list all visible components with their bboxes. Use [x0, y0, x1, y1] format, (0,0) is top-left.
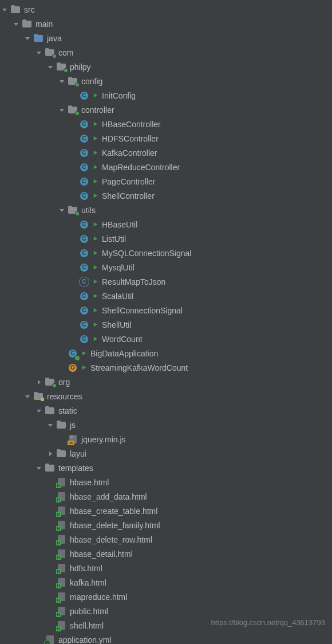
tree-row[interactable]: CInitConfig — [0, 88, 332, 103]
tree-row[interactable]: templates — [0, 461, 332, 475]
expand-arrow-icon[interactable] — [34, 406, 44, 415]
runnable-gutter-icon[interactable] — [93, 250, 100, 256]
folder-icon — [45, 407, 54, 414]
tree-item-label: HBaseUtil — [102, 220, 137, 229]
tree-row[interactable]: config — [0, 74, 332, 88]
tree-row[interactable]: hbase_add_data.html — [0, 489, 332, 504]
watermark: https://blog.csdn.net/qq_43613793 — [211, 618, 326, 627]
runnable-gutter-icon[interactable] — [93, 293, 100, 299]
tree-row[interactable]: com — [0, 45, 332, 60]
tree-row[interactable]: org — [0, 375, 332, 389]
tree-item-label: jquery.min.js — [81, 435, 126, 444]
tree-item-label: java — [47, 34, 62, 43]
tree-row[interactable]: hbase_delete_family.html — [0, 518, 332, 532]
runnable-gutter-icon[interactable] — [93, 322, 100, 327]
class-icon: C — [80, 135, 88, 143]
runnable-gutter-icon[interactable] — [93, 179, 100, 184]
resources-folder-icon — [34, 393, 43, 400]
tree-row[interactable]: mapreduce.html — [0, 590, 332, 604]
runnable-gutter-icon[interactable] — [81, 351, 88, 356]
tree-item-label: ShellController — [102, 191, 155, 201]
tree-row[interactable]: CHBaseUtil — [0, 217, 332, 231]
expand-arrow-icon[interactable] — [46, 62, 55, 72]
tree-row[interactable]: src — [0, 2, 332, 17]
expand-arrow-icon[interactable] — [46, 421, 55, 430]
tree-item-label: ShellUtil — [102, 320, 131, 329]
runnable-gutter-icon[interactable] — [93, 136, 100, 141]
project-tree[interactable]: srcmainjavacomphilpyconfigCInitConfigcon… — [0, 2, 332, 644]
tree-row[interactable]: CBigDataApplication — [0, 346, 332, 360]
expand-arrow-icon[interactable] — [34, 378, 44, 387]
tree-row[interactable]: hdfs.html — [0, 561, 332, 575]
tree-row[interactable]: CKafkaController — [0, 146, 332, 160]
tree-row[interactable]: CMySQLConnectionSignal — [0, 246, 332, 260]
runnable-gutter-icon[interactable] — [93, 93, 100, 98]
tree-row[interactable]: kafka.html — [0, 575, 332, 590]
tree-row[interactable]: static — [0, 403, 332, 418]
runnable-gutter-icon[interactable] — [93, 308, 100, 313]
tree-row[interactable]: CListUtil — [0, 231, 332, 246]
yml-file-icon — [46, 635, 54, 644]
tree-row[interactable]: js — [0, 418, 332, 432]
tree-item-label: templates — [58, 464, 93, 473]
runnable-gutter-icon[interactable] — [93, 222, 100, 227]
tree-item-label: HDFSController — [102, 134, 159, 143]
tree-row[interactable]: application.yml — [0, 633, 332, 644]
tree-row[interactable]: CResultMapToJson — [0, 274, 332, 289]
expand-arrow-icon[interactable] — [57, 105, 66, 115]
tree-row[interactable]: java — [0, 31, 332, 45]
expand-arrow-icon[interactable] — [23, 34, 32, 43]
runnable-gutter-icon[interactable] — [93, 150, 100, 155]
tree-item-label: StreamingKafkaWordCount — [90, 363, 188, 372]
expand-arrow-icon[interactable] — [57, 77, 66, 86]
tree-item-label: static — [58, 406, 77, 415]
tree-row[interactable]: hbase_delete_row.html — [0, 532, 332, 547]
tree-row[interactable]: OStreamingKafkaWordCount — [0, 360, 332, 375]
tree-item-label: KafkaController — [102, 148, 157, 158]
tree-row[interactable]: utils — [0, 203, 332, 217]
tree-item-label: PageController — [102, 177, 155, 186]
runnable-gutter-icon[interactable] — [93, 121, 100, 127]
tree-row[interactable]: resources — [0, 389, 332, 403]
tree-row[interactable]: hbase_create_table.html — [0, 504, 332, 518]
tree-row[interactable]: CShellController — [0, 189, 332, 203]
tree-row[interactable]: philpy — [0, 60, 332, 74]
tree-row[interactable]: CShellUtil — [0, 317, 332, 332]
runnable-gutter-icon[interactable] — [93, 193, 100, 198]
tree-item-label: MapReduceController — [102, 163, 180, 172]
tree-row[interactable]: layui — [0, 446, 332, 461]
runnable-gutter-icon[interactable] — [93, 336, 100, 341]
expand-arrow-icon[interactable] — [0, 5, 9, 14]
html-file-icon — [58, 521, 65, 529]
expand-arrow-icon[interactable] — [46, 449, 55, 458]
runnable-gutter-icon[interactable] — [93, 265, 100, 270]
expand-arrow-icon[interactable] — [34, 464, 44, 473]
tree-row[interactable]: CWordCount — [0, 332, 332, 346]
tree-row[interactable]: public.html — [0, 604, 332, 618]
runnable-gutter-icon[interactable] — [81, 365, 88, 370]
expand-arrow-icon[interactable] — [11, 19, 21, 29]
tree-row[interactable]: hbase_detail.html — [0, 547, 332, 561]
tree-row[interactable]: CHBaseController — [0, 117, 332, 131]
runnable-gutter-icon[interactable] — [93, 279, 100, 284]
tree-row[interactable]: CMysqlUtil — [0, 260, 332, 274]
tree-row[interactable]: controller — [0, 103, 332, 117]
tree-item-label: MySQLConnectionSignal — [102, 249, 191, 258]
tree-row[interactable]: jquery.min.js — [0, 432, 332, 446]
runnable-gutter-icon[interactable] — [93, 236, 100, 241]
tree-item-label: public.html — [70, 607, 108, 616]
tree-row[interactable]: CHDFSController — [0, 131, 332, 146]
object-icon: O — [69, 364, 77, 372]
tree-row[interactable]: hbase.html — [0, 475, 332, 489]
tree-row[interactable]: CScalaUtil — [0, 289, 332, 303]
folder-icon — [45, 465, 54, 472]
tree-item-label: ResultMapToJson — [102, 277, 165, 286]
tree-row[interactable]: main — [0, 17, 332, 31]
tree-row[interactable]: CPageController — [0, 174, 332, 189]
expand-arrow-icon[interactable] — [23, 392, 32, 401]
tree-row[interactable]: CShellConnectionSignal — [0, 303, 332, 317]
runnable-gutter-icon[interactable] — [93, 164, 100, 170]
expand-arrow-icon[interactable] — [34, 48, 44, 57]
expand-arrow-icon[interactable] — [57, 206, 66, 215]
tree-row[interactable]: CMapReduceController — [0, 160, 332, 174]
